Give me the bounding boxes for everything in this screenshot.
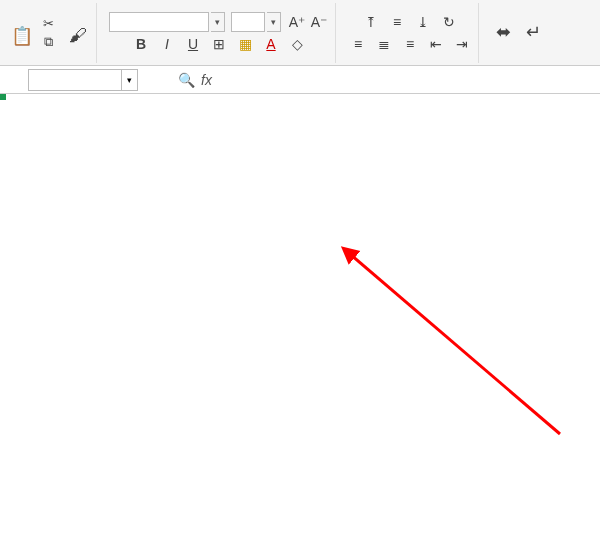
italic-button[interactable]: I <box>157 34 177 54</box>
chevron-down-icon[interactable]: ▾ <box>211 12 225 32</box>
align-top-icon[interactable]: ⤒ <box>361 12 381 32</box>
font-size-select[interactable] <box>231 12 265 32</box>
brush-icon: 🖌 <box>66 24 90 48</box>
orientation-icon[interactable]: ↻ <box>439 12 459 32</box>
align-right-icon[interactable]: ≡ <box>400 34 420 54</box>
copy-button[interactable]: ⧉ <box>40 34 60 50</box>
border-button[interactable]: ⊞ <box>209 34 229 54</box>
annotation-arrow <box>330 234 590 454</box>
fx-controls: 🔍 fx <box>178 72 212 88</box>
wrap-icon: ↵ <box>521 20 545 44</box>
align-middle-icon[interactable]: ≡ <box>387 12 407 32</box>
ribbon-toolbar: 📋 ✂ ⧉ 🖌 ▾ ▾ <box>0 0 600 66</box>
underline-button[interactable]: U <box>183 34 203 54</box>
alignment-group: ⤒ ≡ ⤓ ↻ ≡ ≣ ≡ ⇤ ⇥ <box>342 3 479 63</box>
merge-wrap-group: ⬌ ↵ <box>485 3 551 63</box>
indent-decrease-icon[interactable]: ⇤ <box>426 34 446 54</box>
align-center-icon[interactable]: ≣ <box>374 34 394 54</box>
wrap-text-button[interactable]: ↵ <box>521 20 545 46</box>
svg-line-0 <box>350 254 560 434</box>
selection-fill-handle[interactable] <box>0 94 6 100</box>
scissors-icon: ✂ <box>40 16 56 32</box>
formula-bar: ▾ 🔍 fx <box>0 66 600 94</box>
cut-button[interactable]: ✂ <box>40 16 60 32</box>
merge-center-button[interactable]: ⬌ <box>491 20 515 46</box>
paste-icon: 📋 <box>10 24 34 48</box>
font-color-button[interactable]: A <box>261 34 281 54</box>
clipboard-group: 📋 ✂ ⧉ 🖌 <box>4 3 97 63</box>
bold-button[interactable]: B <box>131 34 151 54</box>
format-painter-button[interactable]: 🖌 <box>66 24 90 50</box>
magnify-icon[interactable]: 🔍 <box>178 72 195 88</box>
align-bottom-icon[interactable]: ⤓ <box>413 12 433 32</box>
paste-button[interactable]: 📋 <box>10 24 34 50</box>
font-group: ▾ ▾ A⁺ A⁻ B I U ⊞ ▦ A ◇ <box>103 3 336 63</box>
font-name-select[interactable] <box>109 12 209 32</box>
spreadsheet-grid[interactable] <box>0 94 600 534</box>
clear-format-button[interactable]: ◇ <box>287 34 307 54</box>
indent-increase-icon[interactable]: ⇥ <box>452 34 472 54</box>
font-select-row: ▾ ▾ A⁺ A⁻ <box>109 12 329 32</box>
increase-font-icon[interactable]: A⁺ <box>287 12 307 32</box>
font-style-row: B I U ⊞ ▦ A ◇ <box>131 34 307 54</box>
copy-icon: ⧉ <box>40 34 56 50</box>
name-box[interactable]: ▾ <box>28 69 138 91</box>
chevron-down-icon[interactable]: ▾ <box>121 70 137 90</box>
align-left-icon[interactable]: ≡ <box>348 34 368 54</box>
merge-icon: ⬌ <box>491 20 515 44</box>
fill-color-button[interactable]: ▦ <box>235 34 255 54</box>
fx-icon[interactable]: fx <box>201 72 212 88</box>
chevron-down-icon[interactable]: ▾ <box>267 12 281 32</box>
decrease-font-icon[interactable]: A⁻ <box>309 12 329 32</box>
selection-outline <box>0 94 4 98</box>
